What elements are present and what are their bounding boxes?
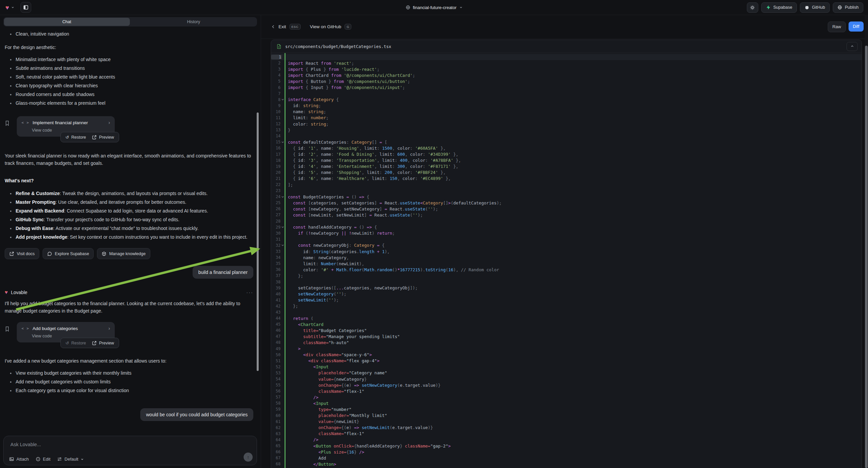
line-number: 46 xyxy=(271,328,280,333)
visit-docs-button[interactable]: Visit docs xyxy=(5,248,39,259)
fold-chevron-icon[interactable] xyxy=(280,141,284,144)
chat-scrollbar[interactable] xyxy=(257,113,259,371)
code-line: 40 setNewCategory(''); xyxy=(271,291,862,297)
code-line: 36 color: '#' + Math.floor(Math.random()… xyxy=(271,267,862,273)
code-line-content: { id: '2', name: 'Food & Dining', limit:… xyxy=(284,152,458,157)
code-line-content: value={newCategory} xyxy=(284,377,367,382)
manage-knowledge-button[interactable]: Manage knowledge xyxy=(97,248,150,259)
code-line: 6import { Input } from '@/components/ui/… xyxy=(271,84,862,90)
line-number: 1 xyxy=(271,55,282,59)
collapse-file-button[interactable] xyxy=(846,42,858,51)
code-line-content: /> xyxy=(284,395,318,400)
chat-bubble-icon xyxy=(47,252,52,256)
code-line: 61 value={newLimit} xyxy=(271,419,862,425)
sidebar-toggle-button[interactable] xyxy=(21,2,31,13)
edit-button[interactable]: Edit xyxy=(36,457,50,462)
code-line-content: const defaultCategories: Category[] = [ xyxy=(284,140,387,145)
line-number: 10 xyxy=(271,110,280,114)
line-number: 23 xyxy=(271,188,280,193)
window-scrollbar[interactable] xyxy=(865,15,868,468)
tab-history[interactable]: History xyxy=(130,17,257,27)
line-number: 51 xyxy=(271,358,280,363)
code-line: 12 color: string; xyxy=(271,121,862,127)
tool-card-wrap: < >Implement financial planner›View code… xyxy=(17,116,115,137)
list-item-text: Master Prompting: Use clear, detailed, a… xyxy=(16,198,187,206)
bookmark-icon[interactable] xyxy=(5,326,10,332)
mode-selector[interactable]: Default xyxy=(57,457,84,462)
list-item-text: Clean typography with clear hierarchies xyxy=(16,82,98,89)
publish-button[interactable]: Publish xyxy=(833,2,863,13)
globe-project-icon xyxy=(405,5,410,10)
explore-supabase-button[interactable]: Explore Supabase xyxy=(42,248,94,259)
line-number: 21 xyxy=(271,176,280,181)
window-scrollbar-thumb[interactable] xyxy=(865,46,868,468)
code-line: 32 const newCategoryObj: Category = { xyxy=(271,242,862,248)
code-line: 22]; xyxy=(271,182,862,188)
action-button-label: Manage knowledge xyxy=(109,252,145,256)
code-line: 43 xyxy=(271,309,862,315)
github-button[interactable]: GitHub xyxy=(800,2,830,13)
code-line: 34 name: newCategory, xyxy=(271,255,862,261)
code-line: 52 <Input xyxy=(271,364,862,370)
bookmark-icon[interactable] xyxy=(5,120,10,126)
fold-chevron-icon[interactable] xyxy=(280,244,284,247)
bullet-dot-icon xyxy=(10,85,11,87)
fold-chevron-icon[interactable] xyxy=(280,98,284,101)
line-number: 42 xyxy=(271,304,280,309)
bullet-dot-icon xyxy=(10,210,11,212)
code-line-content: { id: '4', name: 'Entertainment', limit:… xyxy=(284,164,458,169)
code-line: 9 id: string; xyxy=(271,103,862,109)
code-line: 48 className="h-auto" xyxy=(271,340,862,346)
send-button[interactable]: ↑ xyxy=(244,452,253,462)
code-line-content: limit: number; xyxy=(284,115,329,120)
bullet-dot-icon xyxy=(10,59,11,60)
list-item: Clean, intuitive navigation xyxy=(5,30,253,38)
fold-chevron-icon[interactable] xyxy=(280,195,284,198)
line-number: 2 xyxy=(271,61,280,65)
list-item-bold: Expand with Backend xyxy=(16,208,64,213)
restore-button[interactable]: ↺Restore xyxy=(65,135,86,140)
code-line: 1 xyxy=(271,54,862,60)
supabase-button[interactable]: Supabase xyxy=(761,2,797,13)
code-line: 57 /> xyxy=(271,394,862,400)
code-line-content: import { Button } from '@/components/ui/… xyxy=(284,79,410,84)
diff-button[interactable]: Diff xyxy=(848,22,864,32)
line-number: 49 xyxy=(271,347,280,351)
restore-button[interactable]: ↺Restore xyxy=(65,341,86,346)
exit-button[interactable]: Exit xyxy=(278,24,286,29)
code-line: 29 const handleAddCategory = () => { xyxy=(271,224,862,230)
view-on-github-button[interactable]: View on GitHub xyxy=(310,24,342,29)
settings-button[interactable] xyxy=(747,2,758,13)
code-line: 59 type="number" xyxy=(271,406,862,412)
line-number: 53 xyxy=(271,371,280,375)
project-selector[interactable]: financial-future-creator xyxy=(405,0,462,15)
code-line: 63 className="flex-1" xyxy=(271,431,862,437)
code-line-content: }; xyxy=(284,303,298,309)
chat-input[interactable] xyxy=(10,440,237,449)
line-number: 24 xyxy=(271,195,280,199)
lovable-logo-icon[interactable]: ♥ xyxy=(5,4,9,11)
tab-chat[interactable]: Chat xyxy=(3,17,130,27)
code-line: 20 { id: '5', name: 'Shopping', limit: 2… xyxy=(271,170,862,176)
logo-chevron-down-icon[interactable] xyxy=(11,6,14,9)
chevron-down-icon xyxy=(81,458,84,461)
raw-button[interactable]: Raw xyxy=(828,22,846,32)
code-viewer-header: Exit ESC View on GitHub G Raw Diff xyxy=(261,15,868,39)
code-line: 26 const [newCategory, setNewCategory] =… xyxy=(271,206,862,212)
preview-button[interactable]: Preview xyxy=(92,341,114,346)
back-chevron-icon[interactable] xyxy=(271,25,276,29)
line-number: 32 xyxy=(271,243,280,248)
attach-button[interactable]: Attach xyxy=(9,457,29,462)
code-line: 50 <div className="space-y-6"> xyxy=(271,352,862,358)
code-line: 55 onChange={(e) => setNewCategory(e.tar… xyxy=(271,382,862,388)
code-line: 5import { Button } from '@/components/ui… xyxy=(271,78,862,84)
preview-button[interactable]: Preview xyxy=(92,135,114,140)
list-item: Add project knowledge: Set key context o… xyxy=(5,233,253,241)
code-line: 46 title="Budget Categories" xyxy=(271,327,862,333)
code-line: 67 Add xyxy=(271,455,862,461)
code-lines: 12import React from 'react';3import { Pl… xyxy=(271,53,862,468)
bullet-dot-icon xyxy=(10,373,11,374)
bullet-dot-icon xyxy=(10,381,11,383)
message-menu-button[interactable]: ··· xyxy=(246,289,253,295)
fold-chevron-icon[interactable] xyxy=(280,226,284,229)
